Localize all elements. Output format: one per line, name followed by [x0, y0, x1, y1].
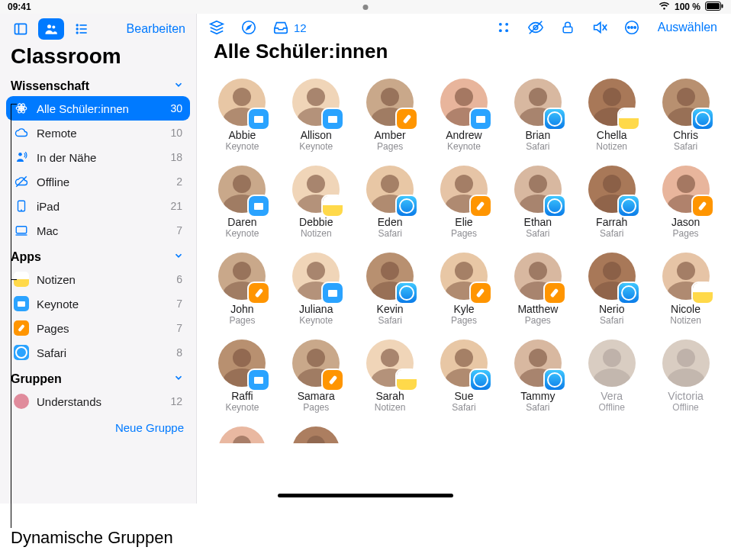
svg-rect-1 — [707, 3, 720, 9]
student-card[interactable]: ChellaNotizen — [583, 79, 640, 152]
safari-app-icon — [545, 196, 565, 216]
student-name: Nicole — [657, 303, 714, 315]
eye-slash-icon[interactable] — [527, 18, 545, 37]
student-card[interactable]: AllisonKeynote — [288, 79, 345, 152]
keynote-app-icon — [14, 296, 29, 311]
sidebar-app-safari[interactable]: Safari8 — [6, 340, 190, 365]
safari-app-icon — [397, 196, 417, 216]
grid-icon[interactable] — [494, 18, 513, 37]
student-card[interactable] — [214, 426, 271, 443]
student-card[interactable]: VeraOffline — [583, 340, 640, 413]
sidebar-group-understands[interactable]: Understands12 — [6, 389, 190, 414]
svg-point-17 — [18, 153, 22, 156]
inbox-button[interactable]: 12 — [272, 18, 307, 37]
student-avatar — [588, 340, 636, 387]
section-class-header[interactable]: Wissenschaft — [0, 76, 196, 96]
student-card[interactable]: RaffiKeynote — [214, 340, 271, 413]
sidebar-item-label: Offline — [37, 175, 69, 188]
sidebar-app-pages[interactable]: Pages7 — [6, 316, 190, 340]
student-status: Safari — [583, 315, 640, 326]
sidebar-item-count: 10 — [170, 127, 182, 139]
more-icon[interactable] — [623, 18, 641, 37]
main-toolbar: 12 — [197, 14, 731, 38]
sidebar-app-notes[interactable]: Notizen6 — [6, 267, 190, 291]
student-card[interactable]: DebbieNotizen — [288, 166, 345, 239]
sidebar-item-mac[interactable]: Mac7 — [6, 218, 190, 243]
edit-button[interactable]: Bearbeiten — [124, 22, 188, 36]
student-card[interactable]: SamaraPages — [288, 340, 345, 413]
student-card[interactable]: NerioSafari — [583, 253, 640, 326]
student-card[interactable]: DarenKeynote — [214, 166, 271, 239]
sidebar-item-count: 6 — [176, 273, 182, 285]
student-card[interactable]: EthanSafari — [509, 166, 566, 239]
student-card[interactable]: EdenSafari — [362, 166, 419, 239]
section-groups-header[interactable]: Gruppen — [0, 369, 196, 389]
notes-app-icon — [323, 196, 343, 216]
safari-app-icon — [471, 370, 491, 390]
battery-text: 100 % — [675, 2, 700, 12]
student-status: Keynote — [214, 141, 271, 152]
sidebar-app-keynote[interactable]: Keynote7 — [6, 291, 190, 316]
student-status: Safari — [657, 141, 714, 152]
keynote-app-icon — [471, 109, 491, 129]
sidebar-item-remote[interactable]: Remote10 — [6, 121, 190, 145]
pages-app-icon — [693, 196, 713, 216]
svg-point-25 — [505, 23, 508, 26]
student-card[interactable]: AbbieKeynote — [214, 79, 271, 152]
people-view-button[interactable] — [38, 18, 64, 40]
pages-app-icon — [545, 283, 565, 303]
student-status: Offline — [657, 402, 714, 413]
stack-icon[interactable] — [208, 18, 226, 37]
inbox-count: 12 — [294, 21, 307, 34]
svg-point-34 — [627, 27, 629, 28]
student-card[interactable]: KylePages — [436, 253, 493, 326]
sidebar-item-label: Remote — [37, 127, 77, 140]
student-avatar — [292, 426, 340, 443]
student-card[interactable]: KevinSafari — [362, 253, 419, 326]
safari-app-icon — [619, 283, 639, 303]
sidebar-item-label: iPad — [37, 200, 60, 213]
student-card[interactable] — [288, 426, 345, 443]
student-card[interactable]: BrianSafari — [509, 79, 566, 152]
sidebar-toggle-button[interactable] — [8, 18, 34, 40]
mute-icon[interactable] — [591, 18, 609, 37]
student-card[interactable]: MatthewPages — [509, 253, 566, 326]
student-card[interactable]: NicoleNotizen — [657, 253, 714, 326]
student-card[interactable]: EliePages — [436, 166, 493, 239]
lock-icon[interactable] — [559, 18, 577, 37]
sidebar-item-offline[interactable]: Offline2 — [6, 169, 190, 194]
student-name: Ethan — [509, 216, 566, 228]
select-button[interactable]: Auswählen — [655, 21, 720, 34]
student-card[interactable]: JasonPages — [657, 166, 714, 239]
section-class-title: Wissenschaft — [11, 79, 89, 93]
compass-icon[interactable] — [240, 18, 258, 37]
chevron-down-icon — [173, 372, 184, 386]
student-name: Andrew — [436, 129, 493, 141]
ipad-icon — [14, 198, 29, 214]
student-card[interactable]: AndrewKeynote — [436, 79, 493, 152]
sidebar-item-alle-sch-ler-innen[interactable]: Alle Schüler:innen30 — [6, 96, 190, 121]
student-card[interactable]: VictoriaOffline — [657, 340, 714, 413]
student-card[interactable]: SueSafari — [436, 340, 493, 413]
svg-rect-30 — [563, 27, 572, 32]
section-apps-header[interactable]: Apps — [0, 247, 196, 267]
list-view-button[interactable] — [69, 18, 95, 40]
sidebar-item-label: Keynote — [37, 298, 79, 311]
sidebar-item-count: 7 — [176, 298, 182, 310]
student-card[interactable]: TammySafari — [509, 340, 566, 413]
new-group-button[interactable]: Neue Gruppe — [0, 418, 196, 440]
student-card[interactable]: FarrahSafari — [583, 166, 640, 239]
student-card[interactable]: JulianaKeynote — [288, 253, 345, 326]
sidebar-item-count: 7 — [176, 224, 182, 237]
sidebar-item-in-der-n-he[interactable]: In der Nähe18 — [6, 145, 190, 169]
student-card[interactable]: SarahNotizen — [362, 340, 419, 413]
student-name: Chris — [657, 129, 714, 141]
student-card[interactable]: ChrisSafari — [657, 79, 714, 152]
sidebar-item-ipad[interactable]: iPad21 — [6, 194, 190, 218]
chevron-down-icon — [173, 250, 184, 264]
student-name: Eden — [362, 216, 419, 228]
student-status: Notizen — [583, 141, 640, 152]
keynote-app-icon — [249, 109, 269, 129]
student-card[interactable]: AmberPages — [362, 79, 419, 152]
student-card[interactable]: JohnPages — [214, 253, 271, 326]
